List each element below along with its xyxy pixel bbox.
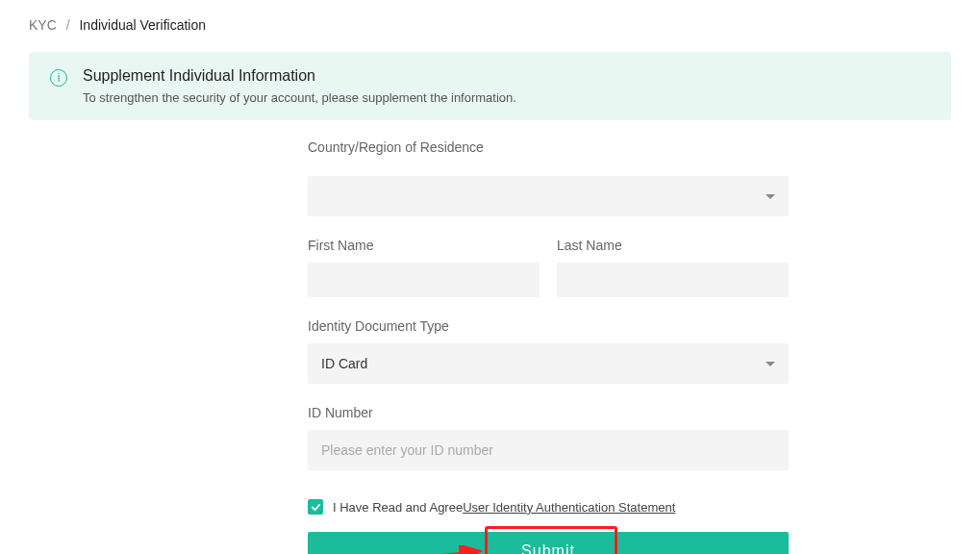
breadcrumb-current: Individual Verification: [79, 17, 206, 33]
chevron-down-icon: [766, 194, 775, 199]
last-name-block: Last Name: [557, 238, 789, 297]
doc-type-block: Identity Document Type ID Card: [308, 318, 789, 384]
id-number-input[interactable]: [308, 430, 789, 470]
agree-text: I Have Read and Agree: [333, 500, 463, 515]
country-label: Country/Region of Residence: [308, 139, 789, 155]
submit-wrap: Submit: [308, 532, 789, 554]
info-desc: To strengthen the security of your accou…: [83, 90, 516, 105]
check-icon: [311, 502, 321, 513]
submit-button[interactable]: Submit: [308, 532, 789, 554]
breadcrumb: KYC / Individual Verification: [0, 0, 980, 44]
doc-type-select[interactable]: ID Card: [308, 343, 789, 384]
info-content: Supplement Individual Information To str…: [83, 67, 516, 105]
info-icon-glyph: i: [58, 71, 61, 85]
breadcrumb-root[interactable]: KYC: [29, 17, 57, 33]
kyc-form: Country/Region of Residence First Name L…: [308, 139, 789, 554]
first-name-block: First Name: [308, 238, 540, 297]
last-name-input[interactable]: [557, 263, 789, 297]
id-number-block: ID Number: [308, 405, 789, 470]
info-title: Supplement Individual Information: [83, 67, 516, 85]
last-name-label: Last Name: [557, 238, 789, 253]
agree-row: I Have Read and Agree User Identity Auth…: [308, 499, 789, 515]
id-number-label: ID Number: [308, 405, 789, 420]
first-name-input[interactable]: [308, 263, 540, 297]
first-name-label: First Name: [308, 238, 540, 253]
chevron-down-icon: [766, 362, 775, 366]
country-select[interactable]: [308, 176, 789, 216]
agree-link[interactable]: User Identity Authentication Statement: [463, 500, 675, 515]
info-icon: i: [50, 69, 67, 87]
breadcrumb-separator: /: [66, 17, 70, 33]
info-banner: i Supplement Individual Information To s…: [29, 52, 951, 120]
country-block: Country/Region of Residence: [308, 139, 789, 216]
agree-checkbox[interactable]: [308, 499, 323, 515]
name-row: First Name Last Name: [308, 238, 789, 297]
doc-type-value: ID Card: [321, 356, 367, 371]
doc-type-label: Identity Document Type: [308, 318, 789, 334]
submit-label: Submit: [521, 542, 575, 554]
